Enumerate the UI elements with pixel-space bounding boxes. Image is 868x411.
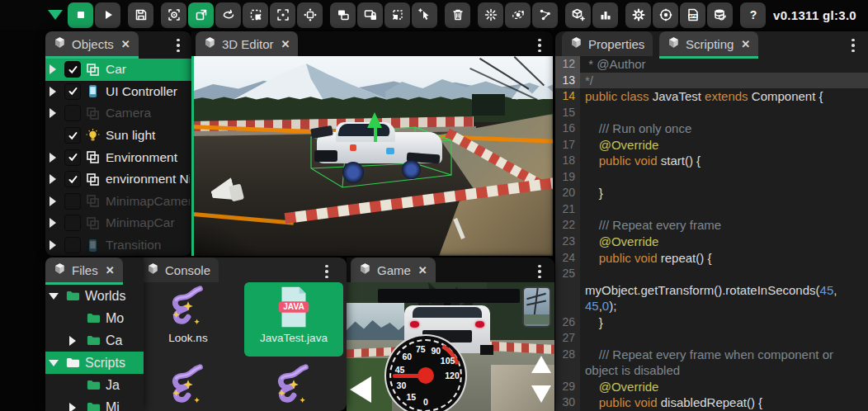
object-item-ui-controller[interactable]: UI Controller xyxy=(45,81,191,103)
duplicate-button[interactable] xyxy=(330,2,356,28)
settings-button[interactable] xyxy=(625,2,651,28)
tab-files[interactable]: Files ✕ xyxy=(45,257,123,282)
expand-arrow-icon[interactable] xyxy=(49,293,59,300)
tab-properties[interactable]: Properties xyxy=(562,31,653,56)
focus-icon xyxy=(276,7,290,22)
steer-left-arrow[interactable] xyxy=(350,376,371,403)
file-tree-item-scripts[interactable]: Scripts xyxy=(45,352,144,374)
car-marker-blue xyxy=(386,148,394,154)
object-item-minimapcar[interactable]: MinimapCar xyxy=(45,212,191,234)
orbit-button[interactable] xyxy=(505,2,531,28)
connections-button[interactable] xyxy=(532,2,558,28)
file-tree-item-mi[interactable]: Mi xyxy=(45,396,144,411)
expand-arrow-icon[interactable] xyxy=(49,360,59,366)
object-item-car[interactable]: Car xyxy=(45,59,191,81)
visibility-checkbox[interactable] xyxy=(64,127,81,144)
object-icon xyxy=(85,193,101,209)
editor-3d-panel: 3D Editor ✕ xyxy=(191,31,553,256)
expand-arrow-icon[interactable] xyxy=(50,218,56,228)
touch-button[interactable] xyxy=(412,2,437,28)
game-viewport[interactable]: 0153045607590105120 xyxy=(347,282,554,411)
game-menu-icon[interactable] xyxy=(538,263,541,280)
viewport-3d[interactable] xyxy=(191,56,553,256)
accelerate-arrow[interactable] xyxy=(531,356,551,373)
cube-icon xyxy=(54,36,66,52)
tunnel-dark xyxy=(472,94,505,116)
tab-scripting[interactable]: Scripting ✕ xyxy=(659,31,758,56)
visibility-checkbox[interactable] xyxy=(64,149,81,166)
visibility-checkbox[interactable] xyxy=(64,237,81,253)
close-icon[interactable]: ✕ xyxy=(106,264,115,276)
stop-button[interactable] xyxy=(68,2,93,28)
expand-arrow-icon[interactable] xyxy=(50,87,56,97)
add-cube-button[interactable] xyxy=(565,2,591,28)
object-item-environment-ni[interactable]: environment Ni xyxy=(45,168,191,191)
lock-button[interactable] xyxy=(357,2,383,28)
visibility-checkbox[interactable] xyxy=(64,171,81,187)
file-tree-item-ca[interactable]: Ca xyxy=(45,329,144,352)
objects-menu-icon[interactable] xyxy=(177,37,180,54)
tab-3d-editor[interactable]: 3D Editor ✕ xyxy=(196,31,298,56)
pivot-button[interactable] xyxy=(297,2,323,28)
help-button[interactable]: ? xyxy=(740,2,766,28)
close-icon[interactable]: ✕ xyxy=(418,264,427,276)
close-icon[interactable]: ✕ xyxy=(741,38,750,50)
visibility-checkbox[interactable] xyxy=(64,193,81,210)
brake-arrow[interactable] xyxy=(531,385,551,403)
expand-arrow-icon[interactable] xyxy=(50,174,56,184)
object-item-environment[interactable]: Environment xyxy=(45,146,191,168)
code-editor[interactable]: 12 * @Author13*/14public class JavaTest … xyxy=(555,56,868,411)
file-tile-minimapcar-ns[interactable]: MinimapCar.ns xyxy=(139,361,238,411)
file-tile-lod-ns[interactable]: LOD.ns xyxy=(244,361,343,411)
folder-icon xyxy=(86,377,101,393)
particles-button[interactable] xyxy=(478,2,503,28)
stats-button[interactable] xyxy=(592,2,618,28)
visibility-checkbox[interactable] xyxy=(64,61,81,78)
file-tile-look-ns[interactable]: Look.ns xyxy=(139,282,238,357)
close-icon[interactable]: ✕ xyxy=(281,38,290,50)
object-item-sun-light[interactable]: Sun light xyxy=(45,125,191,147)
expand-arrow-icon[interactable] xyxy=(50,240,56,250)
expand-arrow-icon[interactable] xyxy=(69,336,76,346)
close-icon[interactable]: ✕ xyxy=(121,38,130,50)
inspector-menu-icon[interactable] xyxy=(851,37,855,54)
gizmo-arrow-head[interactable] xyxy=(367,112,382,128)
delete-button[interactable] xyxy=(445,2,470,28)
apk-export-button[interactable]: APK xyxy=(680,2,705,28)
preview-button[interactable] xyxy=(161,2,186,28)
file-tile-javatest-java[interactable]: JAVAJavaTest.java xyxy=(244,282,343,357)
save-button[interactable] xyxy=(128,2,153,28)
expand-arrow-icon[interactable] xyxy=(50,153,56,163)
file-tree-item-mo[interactable]: Mo xyxy=(45,307,144,329)
gizmo-arrow-stem[interactable] xyxy=(374,127,377,142)
visibility-checkbox[interactable] xyxy=(64,105,81,121)
objects-panel-header: Objects ✕ xyxy=(45,31,191,56)
svg-text:JAVA: JAVA xyxy=(283,302,304,311)
toolbar-dropdown-caret-icon[interactable] xyxy=(48,10,63,20)
scale-button[interactable] xyxy=(243,2,268,28)
console-menu-icon[interactable] xyxy=(325,263,328,280)
expand-arrow-icon[interactable] xyxy=(69,403,76,411)
focus-button[interactable] xyxy=(270,2,295,28)
move-button[interactable] xyxy=(188,2,214,28)
expand-arrow-icon[interactable] xyxy=(50,196,56,206)
folder-icon xyxy=(86,310,101,326)
play-button[interactable] xyxy=(95,2,120,28)
rotate-button[interactable] xyxy=(215,2,241,28)
tab-objects[interactable]: Objects ✕ xyxy=(45,31,139,56)
expand-arrow-icon[interactable] xyxy=(50,108,56,118)
database-sync-button[interactable] xyxy=(707,2,733,28)
object-item-transition[interactable]: Transition xyxy=(45,234,191,257)
visibility-checkbox[interactable] xyxy=(64,83,81,100)
snap-button[interactable] xyxy=(384,2,410,28)
tab-console[interactable]: Console xyxy=(139,257,219,282)
project-settings-button[interactable] xyxy=(653,2,678,28)
file-tree-item-worlds[interactable]: Worlds xyxy=(45,285,144,307)
object-item-minimapcamer[interactable]: MinimapCamer xyxy=(45,191,191,213)
expand-arrow-icon[interactable] xyxy=(50,64,56,74)
editor-3d-menu-icon[interactable] xyxy=(538,37,541,54)
visibility-checkbox[interactable] xyxy=(64,215,81,231)
object-item-camera[interactable]: Camera xyxy=(45,102,191,125)
tab-game[interactable]: Game ✕ xyxy=(351,257,436,282)
file-tree-item-ja[interactable]: Ja xyxy=(45,374,144,396)
